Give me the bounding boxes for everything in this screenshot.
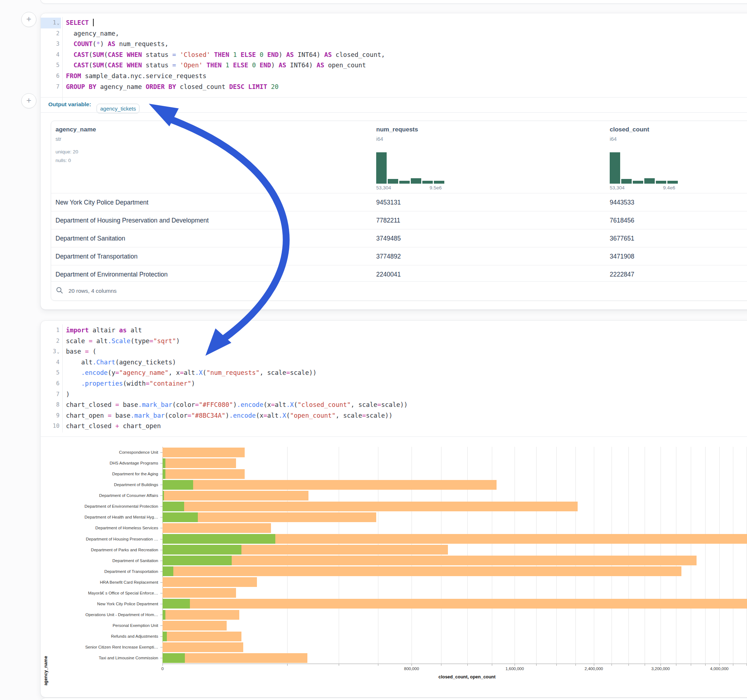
x-axis-tick-label: 2,400,000: [584, 667, 603, 671]
table-row: Department of Transportation377489234719…: [51, 247, 747, 265]
y-axis-category-label: Senior Citizen Rent Increase Exempti…: [41, 645, 158, 649]
gridline: [594, 447, 594, 664]
gridline: [287, 447, 287, 664]
x-axis-tick-label: 1,600,000: [505, 667, 524, 671]
table-row: New York City Police Department945313194…: [51, 193, 747, 211]
code-text: COUNT(*) AS num_requests,: [66, 39, 169, 50]
python-line-1[interactable]: 1import altair as alt: [41, 325, 747, 336]
sql-line-3[interactable]: 3 COUNT(*) AS num_requests,: [41, 39, 747, 50]
python-line-9[interactable]: 9chart_open = base.mark_bar(color="#8BC3…: [41, 410, 747, 421]
chart-bar-open: [163, 512, 198, 522]
table-cell: Department of Housing Preservation and D…: [56, 216, 209, 224]
chart-bar-closed: [163, 566, 681, 576]
y-axis-category-label: Mayorâ€ s Office of Special Enforce…: [41, 591, 158, 595]
python-line-3[interactable]: 3⌄base = (: [41, 346, 747, 357]
table-cell: 3749485: [376, 234, 401, 242]
y-axis-category-label: Department of Consumer Affairs: [41, 493, 158, 498]
histogram-min-label: 53,304: [376, 185, 391, 190]
column-type: str: [56, 136, 61, 142]
code-text: .properties(width="container"): [66, 379, 195, 389]
table-cell: Department of Sanitation: [56, 234, 126, 242]
chart-bar-closed: [163, 621, 227, 631]
code-text: GROUP BY agency_name ORDER BY closed_cou…: [66, 82, 278, 92]
chart-bar-open: [163, 534, 275, 544]
line-number: 2: [41, 29, 61, 39]
add-cell-button-output[interactable]: +: [21, 93, 36, 109]
python-line-6[interactable]: 6 .properties(width="container"): [41, 379, 747, 389]
column-header-agency_name[interactable]: agency_namestrunique: 20nulls: 0: [56, 121, 174, 193]
chart-bar-open: [163, 459, 165, 468]
code-text: base = (: [66, 346, 96, 357]
code-text: agency_name,: [66, 29, 119, 39]
y-axis-category-label: Department of Sanitation: [41, 558, 158, 563]
collapse-chevron-icon[interactable]: ⌄: [57, 349, 59, 355]
y-axis-category-label: Department of Transportation: [41, 569, 158, 573]
chart-bar-closed: [163, 459, 236, 468]
sql-line-4[interactable]: 4 CAST(SUM(CASE WHEN status = 'Closed' T…: [41, 50, 747, 60]
line-number: 7: [41, 389, 61, 400]
y-axis-category-label: Department of Health and Mental Hyg…: [41, 515, 158, 519]
sql-code-editor[interactable]: 1⌄SELECT 2 agency_name,3 COUNT(*) AS num…: [41, 18, 747, 92]
altair-chart-output: agency_name closed_count, open_count 080…: [41, 437, 747, 685]
code-text: .encode(y="agency_name", x=alt.X("num_re…: [66, 368, 317, 379]
sql-line-5[interactable]: 5 CAST(SUM(CASE WHEN status = 'Open' THE…: [41, 60, 747, 71]
sql-line-1[interactable]: 1⌄SELECT: [41, 18, 747, 29]
dataframe-card: agency_namestrunique: 20nulls: 0num_requ…: [51, 121, 747, 301]
table-cell: New York City Police Department: [56, 198, 148, 206]
y-axis-category-label: Department for the Aging: [41, 472, 158, 476]
code-text: scale = alt.Scale(type="sqrt"): [66, 336, 180, 347]
python-line-8[interactable]: 8chart_closed = base.mark_bar(color="#FF…: [41, 400, 747, 410]
chart-bar-closed: [163, 577, 257, 587]
gridline: [411, 447, 412, 664]
table-row: Department of Housing Preservation and D…: [51, 211, 747, 229]
column-header-num_requests[interactable]: num_requestsi6453,3049.5e6: [376, 121, 495, 193]
y-axis-category-label: Department of Homeless Services: [41, 526, 158, 530]
python-code-editor[interactable]: 1import altair as alt2scale = alt.Scale(…: [41, 325, 747, 432]
gridline: [441, 447, 442, 664]
python-line-5[interactable]: 5 .encode(y="agency_name", x=alt.X("num_…: [41, 368, 747, 379]
line-number: 3: [41, 39, 61, 50]
output-variable-chip[interactable]: agency_tickets: [97, 104, 139, 113]
table-cell: 3677651: [610, 234, 634, 242]
histogram-max-label: 9.5e6: [429, 185, 442, 190]
histogram-max-label: 9.4e6: [663, 185, 675, 190]
chart-bar-open: [163, 545, 242, 555]
y-axis-category-label: Refunds and Adjustments: [41, 634, 158, 638]
chart-bar-closed: [163, 448, 245, 457]
code-text: import altair as alt: [66, 325, 142, 336]
gridline: [492, 447, 492, 664]
search-icon[interactable]: [56, 287, 63, 295]
line-number: 7: [41, 82, 61, 92]
chart-bar-closed: [163, 523, 271, 533]
y-axis-category-label: Correspondence Unit: [41, 450, 158, 454]
line-number: 10: [41, 421, 61, 432]
chart-bar-closed: [163, 599, 747, 608]
histogram-bar: [422, 181, 433, 184]
histogram-bar: [633, 181, 643, 184]
collapse-chevron-icon[interactable]: ⌄: [57, 21, 59, 26]
sql-line-2[interactable]: 2 agency_name,: [41, 29, 747, 39]
column-name: closed_count: [610, 126, 649, 133]
line-number: 9: [41, 410, 61, 421]
x-axis-tick-label: 3,200,000: [651, 667, 670, 671]
code-text: CAST(SUM(CASE WHEN status = 'Closed' THE…: [66, 50, 385, 60]
chart-bar-open: [163, 469, 165, 479]
sql-line-6[interactable]: 6FROM sample_data.nyc.service_requests: [41, 71, 747, 82]
python-line-4[interactable]: 4 alt.Chart(agency_tickets): [41, 357, 747, 368]
code-text: CAST(SUM(CASE WHEN status = 'Open' THEN …: [66, 60, 366, 71]
python-line-10[interactable]: 10chart_closed + chart_open: [41, 421, 747, 432]
histogram-bar: [434, 181, 444, 184]
histogram-bar: [376, 152, 387, 184]
histogram-bar: [644, 178, 655, 184]
chart-bar-open: [163, 610, 165, 620]
y-axis-category-label: Personal Exemption Unit: [41, 623, 158, 628]
python-line-2[interactable]: 2scale = alt.Scale(type="sqrt"): [41, 336, 747, 347]
table-cell: Department of Environmental Protection: [56, 270, 168, 278]
sql-line-7[interactable]: 7GROUP BY agency_name ORDER BY closed_co…: [41, 82, 747, 92]
table-cell: 7782211: [376, 216, 400, 224]
histogram-bar: [388, 179, 398, 184]
python-cell: 1import altair as alt2scale = alt.Scale(…: [40, 320, 747, 697]
add-cell-button-top[interactable]: +: [21, 12, 36, 27]
column-header-closed_count[interactable]: closed_counti6453,3049.4e6: [610, 121, 729, 193]
python-line-7[interactable]: 7): [41, 389, 747, 400]
